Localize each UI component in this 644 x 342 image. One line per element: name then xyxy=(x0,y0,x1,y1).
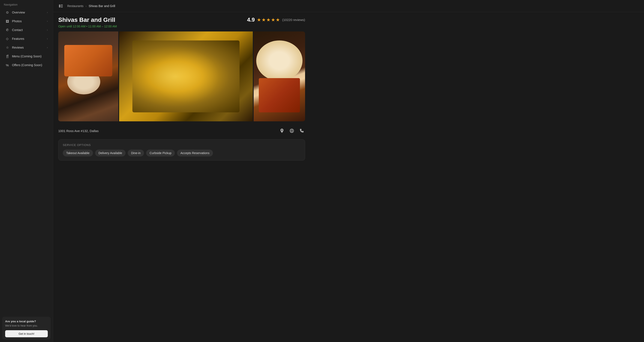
phone-icon[interactable] xyxy=(298,127,305,134)
star-3: ★ xyxy=(266,17,270,23)
nav-items: ⊙ Overview › 🖼 Photos › ✆ Contact › ◇ Fe… xyxy=(0,8,53,69)
hours-text: Open until 12:00 AM • 11:00 AM – 12:00 A… xyxy=(58,25,305,28)
topbar: Restaurants › Shivas Bar and Grill xyxy=(53,0,644,12)
service-options-card: Service Options Takeout Available Delive… xyxy=(58,139,305,161)
svg-rect-3 xyxy=(61,7,63,7)
svg-rect-0 xyxy=(59,4,60,7)
rating-number: 4.9 xyxy=(247,16,255,23)
address-text: 1001 Ross Ave #132, Dallas xyxy=(58,129,98,133)
service-badges: Takeout Available Delivery Available Din… xyxy=(63,150,300,156)
location-icon[interactable] xyxy=(278,127,285,134)
chevron-right-icon: › xyxy=(47,37,48,40)
badge-reservations: Accepts Reservations xyxy=(177,150,213,156)
badge-delivery: Delivery Available xyxy=(95,150,126,156)
nav-label: Navigation xyxy=(0,0,53,8)
chevron-right-icon: › xyxy=(47,11,48,14)
badge-dine-in: Dine-in xyxy=(128,150,144,156)
chevron-right-icon: › xyxy=(47,28,48,31)
restaurant-name: Shivas Bar and Grill xyxy=(58,16,115,23)
rating-section: 4.9 ★ ★ ★ ★ ★ (10220 reviews) xyxy=(247,16,305,23)
badge-takeout: Takeout Available xyxy=(63,150,93,156)
sidebar-item-menu[interactable]: 🍴 Menu (Coming Soon) xyxy=(1,52,52,60)
sidebar-item-offers[interactable]: % Offers (Coming Soon) xyxy=(1,61,52,69)
sidebar-item-label: Features xyxy=(12,37,47,40)
sidebar-item-label: Reviews xyxy=(12,46,47,49)
sidebar-item-label: Offers (Coming Soon) xyxy=(12,63,48,67)
sidebar-toggle-button[interactable] xyxy=(58,2,64,9)
sidebar-item-overview[interactable]: ⊙ Overview › xyxy=(1,8,52,17)
photo-left[interactable] xyxy=(58,31,118,121)
sidebar: Navigation ⊙ Overview › 🖼 Photos › ✆ Con… xyxy=(0,0,53,342)
page-content: Shivas Bar and Grill 4.9 ★ ★ ★ ★ ★ (1022… xyxy=(53,12,310,165)
star-5-half: ★ xyxy=(276,17,280,23)
reviews-icon: ☆ xyxy=(5,45,10,50)
breadcrumb-current: Shivas Bar and Grill xyxy=(89,4,115,8)
badge-curbside: Curbside Pickup xyxy=(146,150,175,156)
sidebar-item-label: Menu (Coming Soon) xyxy=(12,54,48,58)
sidebar-item-label: Contact xyxy=(12,28,47,32)
globe-icon[interactable] xyxy=(288,127,295,134)
contact-icon: ✆ xyxy=(5,28,10,32)
chevron-right-icon: › xyxy=(47,46,48,49)
svg-rect-1 xyxy=(61,4,63,5)
get-in-touch-button[interactable]: Get in touch! xyxy=(5,330,48,337)
address-action-icons xyxy=(278,127,305,134)
sidebar-item-contact[interactable]: ✆ Contact › xyxy=(1,26,52,34)
offers-icon: % xyxy=(5,63,10,67)
sidebar-item-features[interactable]: ◇ Features › xyxy=(1,34,52,43)
star-2: ★ xyxy=(262,17,266,23)
star-4: ★ xyxy=(271,17,275,23)
local-guide-card: Are you a local guide? We'd love to hear… xyxy=(2,317,51,340)
star-1: ★ xyxy=(257,17,261,23)
photos-grid xyxy=(58,31,305,121)
sidebar-item-label: Overview xyxy=(12,11,47,14)
photo-right[interactable] xyxy=(254,31,305,121)
svg-rect-2 xyxy=(61,6,63,6)
breadcrumb-separator: › xyxy=(86,4,86,8)
sidebar-item-label: Photos xyxy=(12,19,47,23)
local-guide-title: Are you a local guide? xyxy=(5,320,48,323)
photo-center[interactable] xyxy=(119,31,253,121)
main-content: Restaurants › Shivas Bar and Grill Shiva… xyxy=(53,0,644,342)
breadcrumb-parent[interactable]: Restaurants xyxy=(67,4,83,8)
menu-icon: 🍴 xyxy=(5,54,10,58)
chevron-right-icon: › xyxy=(47,20,48,23)
service-options-title: Service Options xyxy=(63,143,300,147)
restaurant-header: Shivas Bar and Grill 4.9 ★ ★ ★ ★ ★ (1022… xyxy=(58,16,305,23)
photos-icon: 🖼 xyxy=(5,19,10,23)
overview-icon: ⊙ xyxy=(5,10,10,14)
sidebar-item-photos[interactable]: 🖼 Photos › xyxy=(1,17,52,25)
sidebar-item-reviews[interactable]: ☆ Reviews › xyxy=(1,43,52,52)
local-guide-description: We'd love to hear from you. xyxy=(5,324,48,328)
star-rating: ★ ★ ★ ★ ★ xyxy=(257,17,280,23)
features-icon: ◇ xyxy=(5,36,10,41)
address-row: 1001 Ross Ave #132, Dallas xyxy=(58,125,305,136)
review-count: (10220 reviews) xyxy=(282,18,305,22)
